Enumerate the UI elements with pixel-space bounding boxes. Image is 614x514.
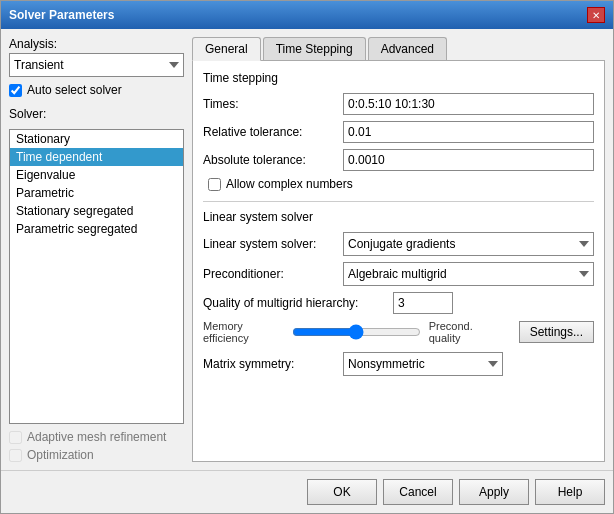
abs-tol-label: Absolute tolerance: (203, 153, 343, 167)
preconditioner-select[interactable]: Algebraic multigrid Incomplete LU SOR No… (343, 262, 594, 286)
tab-advanced[interactable]: Advanced (368, 37, 447, 60)
adaptive-mesh-row: Adaptive mesh refinement (9, 430, 184, 444)
matrix-symmetry-row: Matrix symmetry: Nonsymmetric Symmetric … (203, 352, 594, 376)
analysis-section: Analysis: Transient (9, 37, 184, 77)
optimization-checkbox (9, 449, 22, 462)
auto-select-checkbox[interactable] (9, 84, 22, 97)
abs-tol-input[interactable] (343, 149, 594, 171)
allow-complex-label: Allow complex numbers (226, 177, 353, 191)
list-item[interactable]: Parametric (10, 184, 183, 202)
left-panel: Analysis: Transient Auto select solver S… (9, 37, 184, 462)
list-item[interactable]: Parametric segregated (10, 220, 183, 238)
ok-button[interactable]: OK (307, 479, 377, 505)
adaptive-mesh-checkbox (9, 431, 22, 444)
linear-solver-select[interactable]: Conjugate gradients GMRES FGMRES BiCGSta… (343, 232, 594, 256)
optimization-label: Optimization (27, 448, 94, 462)
solver-list-container[interactable]: Stationary Time dependent Eigenvalue Par… (9, 129, 184, 424)
right-panel: General Time Stepping Advanced Time step… (192, 37, 605, 462)
time-stepping-title: Time stepping (203, 71, 594, 85)
slider-settings-row: Memory efficiency Precond. quality Setti… (203, 320, 594, 344)
allow-complex-row: Allow complex numbers (208, 177, 594, 191)
times-label: Times: (203, 97, 343, 111)
quality-input[interactable] (393, 292, 453, 314)
solver-parameters-dialog: Solver Parameters ✕ Analysis: Transient … (0, 0, 614, 514)
quality-row: Quality of multigrid hierarchy: (203, 292, 594, 314)
list-item[interactable]: Time dependent (10, 148, 183, 166)
help-button[interactable]: Help (535, 479, 605, 505)
list-item[interactable]: Stationary (10, 130, 183, 148)
tab-content-general: Time stepping Times: Relative tolerance:… (192, 61, 605, 462)
rel-tol-label: Relative tolerance: (203, 125, 343, 139)
memory-efficiency-label: Memory efficiency (203, 320, 284, 344)
list-item[interactable]: Stationary segregated (10, 202, 183, 220)
allow-complex-checkbox[interactable] (208, 178, 221, 191)
preconditioner-row: Preconditioner: Algebraic multigrid Inco… (203, 262, 594, 286)
tab-bar: General Time Stepping Advanced (192, 37, 605, 61)
footer: OK Cancel Apply Help (1, 470, 613, 513)
dialog-body: Analysis: Transient Auto select solver S… (1, 29, 613, 470)
abs-tol-row: Absolute tolerance: (203, 149, 594, 171)
cancel-button[interactable]: Cancel (383, 479, 453, 505)
auto-select-row: Auto select solver (9, 83, 184, 97)
rel-tol-input[interactable] (343, 121, 594, 143)
optimization-row: Optimization (9, 448, 184, 462)
times-input[interactable] (343, 93, 594, 115)
rel-tol-row: Relative tolerance: (203, 121, 594, 143)
times-row: Times: (203, 93, 594, 115)
analysis-label: Analysis: (9, 37, 184, 51)
linear-system-title: Linear system solver (203, 210, 594, 224)
bottom-checkboxes: Adaptive mesh refinement Optimization (9, 430, 184, 462)
preconditioner-label: Preconditioner: (203, 267, 343, 281)
tab-general[interactable]: General (192, 37, 261, 61)
dialog-title: Solver Parameters (9, 8, 114, 22)
list-item[interactable]: Eigenvalue (10, 166, 183, 184)
close-button[interactable]: ✕ (587, 7, 605, 23)
auto-select-label: Auto select solver (27, 83, 122, 97)
matrix-symmetry-select[interactable]: Nonsymmetric Symmetric Hermitian (343, 352, 503, 376)
apply-button[interactable]: Apply (459, 479, 529, 505)
title-bar: Solver Parameters ✕ (1, 1, 613, 29)
solver-list: Stationary Time dependent Eigenvalue Par… (10, 130, 183, 238)
section-divider (203, 201, 594, 202)
analysis-select[interactable]: Transient (9, 53, 184, 77)
quality-slider[interactable] (292, 324, 421, 340)
title-bar-controls: ✕ (587, 7, 605, 23)
solver-label: Solver: (9, 107, 184, 121)
precond-quality-label: Precond. quality (429, 320, 501, 344)
settings-button[interactable]: Settings... (519, 321, 594, 343)
adaptive-mesh-label: Adaptive mesh refinement (27, 430, 166, 444)
matrix-symmetry-label: Matrix symmetry: (203, 357, 343, 371)
linear-solver-row: Linear system solver: Conjugate gradient… (203, 232, 594, 256)
quality-label: Quality of multigrid hierarchy: (203, 296, 393, 310)
tab-time-stepping[interactable]: Time Stepping (263, 37, 366, 60)
linear-solver-label: Linear system solver: (203, 237, 343, 251)
